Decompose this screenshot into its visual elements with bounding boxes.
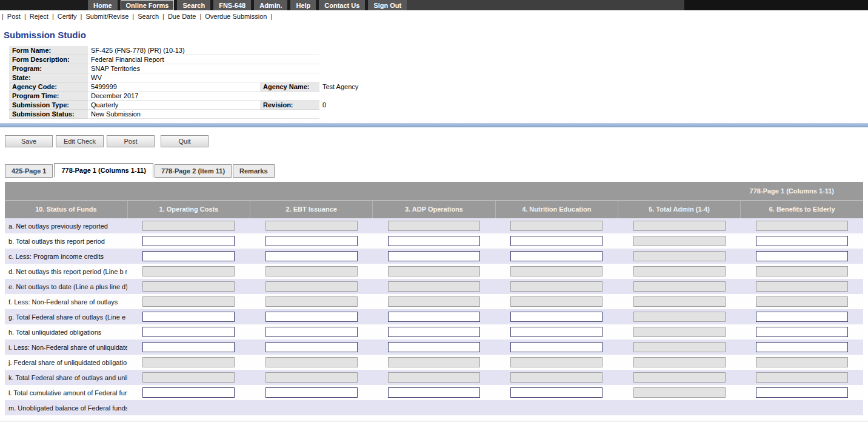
edit-check-button[interactable]: Edit Check (56, 135, 104, 147)
field-value: December 2017 (88, 92, 260, 101)
grid-input-a-5 (633, 221, 726, 231)
row-label-e: e. Net outlays to date (Line a plus line… (5, 279, 127, 294)
nav-item-contact-us[interactable]: Contact Us (319, 0, 365, 10)
tab-remarks[interactable]: Remarks (233, 164, 274, 178)
grid-input-f-1 (142, 296, 235, 307)
grid-input-l-4[interactable] (510, 387, 603, 398)
grid-input-b-6[interactable] (756, 236, 848, 246)
grid-input-c-3[interactable] (388, 251, 480, 261)
grid-input-f-5 (633, 296, 726, 307)
nav-item-home[interactable]: Home (88, 0, 118, 10)
field-value (319, 92, 864, 101)
grid-cell-f-6 (741, 294, 863, 309)
grid-input-l-2[interactable] (265, 387, 358, 398)
save-button[interactable]: Save (5, 135, 53, 147)
grid-cell-a-2 (250, 218, 373, 233)
grid-input-l-3[interactable] (388, 387, 480, 398)
grid-cell-h-1 (127, 324, 250, 340)
action-menu-item-search[interactable]: Search (138, 13, 159, 20)
tab-778-page-1-columns-1-11[interactable]: 778-Page 1 (Columns 1-11) (54, 163, 153, 178)
grid-input-b-1[interactable] (142, 236, 235, 246)
grid-cell-h-6 (741, 324, 863, 340)
grid-input-g-2[interactable] (265, 312, 358, 322)
grid-input-h-2[interactable] (265, 327, 358, 337)
field-label-revision: Revision: (260, 101, 319, 110)
nav-item-fns-648[interactable]: FNS-648 (213, 0, 251, 10)
grid-cell-f-5 (618, 294, 740, 309)
row-label-m: m. Unobligated balance of Federal funds (5, 400, 127, 415)
grid-input-g-4[interactable] (510, 312, 603, 322)
grid-input-g-3[interactable] (388, 312, 480, 322)
field-value: 0 (319, 101, 864, 110)
grid-input-c-4[interactable] (510, 251, 603, 261)
tab-778-page-2-item-11[interactable]: 778-Page 2 (Item 11) (155, 164, 232, 178)
nav-item-search[interactable]: Search (177, 0, 210, 10)
nav-bar-fill (407, 0, 684, 10)
menu-separator: | (2, 13, 4, 20)
form-info-table: Form Name:SF-425 (FNS-778) (PR) (10-13)F… (9, 46, 864, 119)
row-label-k: k. Total Federal share of outlays and un… (5, 370, 127, 385)
grid-input-l-1[interactable] (142, 387, 235, 398)
quit-button[interactable]: Quit (161, 135, 209, 147)
grid-input-h-3[interactable] (388, 327, 480, 337)
grid-input-i-2[interactable] (265, 342, 358, 352)
grid-caption-row: 778-Page 1 (Columns 1-11) (5, 182, 863, 200)
row-label-g: g. Total Federal share of outlays (Line … (5, 309, 127, 324)
grid-input-i-1[interactable] (142, 342, 235, 352)
field-label-program: Program: (9, 64, 88, 73)
grid-row-h: h. Total unliquidated obligations (5, 324, 863, 340)
column-header-status-of-funds: 10. Status of Funds (5, 200, 127, 218)
grid-cell-a-1 (127, 218, 250, 233)
action-menu-item-certify[interactable]: Certify (58, 13, 77, 20)
nav-item-help[interactable]: Help (290, 0, 316, 10)
grid-input-c-1[interactable] (142, 251, 235, 261)
post-button[interactable]: Post (107, 135, 155, 147)
grid-input-c-6[interactable] (756, 251, 848, 261)
grid-input-d-5 (633, 266, 726, 276)
grid-input-h-1[interactable] (142, 327, 235, 337)
grid-cell-j-1 (127, 355, 250, 370)
grid-cell-f-1 (127, 294, 250, 309)
grid-cell-a-5 (618, 218, 740, 233)
grid-cell-i-3 (373, 340, 495, 355)
grid-cell-c-1 (127, 249, 250, 264)
menu-separator: | (199, 13, 201, 20)
grid-input-i-4[interactable] (510, 342, 603, 352)
nav-item-admin[interactable]: Admin. (254, 0, 287, 10)
row-label-i: i. Less: Non-Federal share of unliquidat… (5, 340, 127, 355)
action-menu-item-overdue-submission[interactable]: Overdue Submission (205, 13, 267, 20)
action-menu-item-reject[interactable]: Reject (30, 13, 48, 20)
action-menu-item-post[interactable]: Post (7, 13, 21, 20)
grid-input-k-4 (510, 372, 603, 383)
action-menu-item-due-date[interactable]: Due Date (168, 13, 196, 20)
grid-input-h-6[interactable] (756, 327, 848, 337)
nav-item-online-forms[interactable]: Online Forms (121, 0, 175, 10)
grid-input-h-4[interactable] (510, 327, 603, 337)
grid-input-i-3[interactable] (388, 342, 480, 352)
grid-input-b-2[interactable] (265, 236, 358, 246)
tab-425-page-1[interactable]: 425-Page 1 (5, 164, 53, 178)
grid-cell-b-1 (127, 233, 250, 249)
grid-input-b-3[interactable] (388, 236, 480, 246)
grid-input-g-6[interactable] (756, 312, 848, 322)
grid-input-g-1[interactable] (142, 312, 235, 322)
grid-input-e-4 (510, 281, 603, 292)
grid-input-e-3 (388, 281, 480, 292)
field-label-form-description: Form Description: (9, 55, 88, 64)
grid-cell-f-2 (250, 294, 373, 309)
grid-input-b-4[interactable] (510, 236, 603, 246)
row-label-l: l. Total cumulative amount of Federal fu… (5, 385, 127, 400)
nav-item-sign-out[interactable]: Sign Out (368, 0, 407, 10)
grid-input-j-1 (142, 357, 235, 367)
grid-cell-m-5 (618, 400, 740, 415)
row-label-b: b. Total outlays this report period (5, 233, 127, 249)
action-menu-item-submit-revise[interactable]: Submit/Revise (85, 13, 129, 20)
grid-cell-l-4 (495, 385, 618, 400)
field-label-submission-type: Submission Type: (9, 101, 88, 110)
top-nav-items: HomeOnline FormsSearchFNS-648Admin.HelpC… (0, 0, 407, 10)
grid-input-c-2[interactable] (265, 251, 358, 261)
grid-input-j-5 (633, 357, 726, 367)
grid-input-l-6[interactable] (756, 387, 848, 398)
grid-input-i-6[interactable] (756, 342, 848, 352)
grid-cell-m-1 (127, 400, 250, 415)
